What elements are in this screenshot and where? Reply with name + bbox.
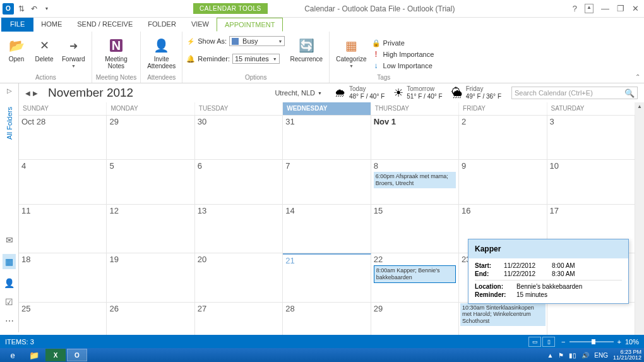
calendar-cell[interactable]: 7	[283, 160, 371, 203]
delete-button[interactable]: Delete	[32, 35, 57, 64]
calendar-cell[interactable]: 11	[19, 205, 107, 253]
more-nav-icon[interactable]: ⋯	[5, 316, 14, 326]
expand-folder-pane-icon[interactable]: ▷	[7, 87, 12, 94]
calendar-cell[interactable]: 10	[547, 160, 635, 203]
qat-send-receive-icon[interactable]: ⇅	[16, 4, 27, 14]
date-label: 30	[198, 117, 280, 126]
zoom-slider[interactable]	[569, 341, 614, 342]
volume-icon[interactable]: 🔊	[581, 352, 589, 359]
show-as-select[interactable]: Busy▼	[229, 36, 285, 46]
calendar-cell[interactable]: Oct 28	[19, 116, 107, 159]
calendar-cell[interactable]: 4	[19, 160, 107, 203]
calendar-cell[interactable]: 20	[195, 253, 283, 301]
date-label: 8	[374, 161, 456, 171]
ribbon-options-icon[interactable]: ▲	[585, 4, 593, 13]
search-icon[interactable]: 🔍	[624, 88, 635, 98]
calendar-cell[interactable]: 21	[283, 253, 371, 301]
qat-customize-icon[interactable]: ▼	[42, 4, 52, 14]
calendar-event[interactable]: 6:00pm Afspraak met mama; Broers, Utrech…	[374, 172, 456, 188]
explorer-taskbar-icon[interactable]: 📁	[24, 349, 44, 361]
weather-friday[interactable]: 🌦Friday49° F / 36° F	[451, 85, 501, 100]
qat-undo-icon[interactable]: ↶	[29, 4, 39, 14]
outlook-taskbar-icon[interactable]: O	[67, 349, 87, 361]
date-label: 27	[198, 304, 280, 313]
zoom-control[interactable]: − + 10%	[561, 338, 639, 346]
forward-button[interactable]: Forward▼	[59, 35, 88, 69]
date-label: 16	[462, 206, 544, 215]
calendar-cell[interactable]: 29	[107, 116, 194, 159]
language-indicator[interactable]: ENG	[594, 352, 608, 359]
reminder-select[interactable]: 15 minutes▼	[232, 54, 280, 64]
minimize-icon[interactable]: —	[601, 4, 609, 13]
calendar-event[interactable]: 8:00am Kapper; Bennie's bakkebaarden	[374, 265, 456, 283]
zoom-out-icon[interactable]: −	[561, 338, 565, 346]
excel-taskbar-icon[interactable]: X	[45, 349, 66, 361]
calendar-cell[interactable]: 2	[459, 116, 547, 159]
collapse-ribbon-icon[interactable]: ⌃	[635, 73, 640, 80]
calendar-cell[interactable]: 228:00am Kapper; Bennie's bakkebaarden	[371, 253, 459, 301]
tab-send-receive[interactable]: SEND / RECEIVE	[69, 18, 140, 32]
showas-icon	[186, 37, 195, 45]
rain-icon: 🌧	[335, 87, 346, 100]
calendar-cell[interactable]: 6	[195, 160, 283, 203]
date-label: 25	[21, 304, 104, 313]
calendar-header: ◀ ▶ November 2012 Utrecht, NLD▼ 🌧Today48…	[19, 83, 644, 102]
categorize-button[interactable]: Categorize▼	[333, 35, 369, 69]
calendar-cell[interactable]: Nov 1	[371, 116, 459, 159]
calendar-cell[interactable]: 12	[107, 205, 194, 253]
scroll-up-icon[interactable]: ▲	[636, 102, 643, 111]
calendar-cell[interactable]: 13	[195, 205, 283, 253]
help-icon[interactable]: ?	[573, 4, 577, 13]
tab-folder[interactable]: FOLDER	[140, 18, 184, 32]
calendar-cell[interactable]: 14	[283, 205, 371, 253]
vertical-scrollbar[interactable]: ▲ ▼	[635, 102, 644, 346]
network-icon[interactable]: ▮▯	[569, 352, 576, 359]
tab-view[interactable]: VIEW	[184, 18, 217, 32]
calendar-cell[interactable]: 30	[195, 116, 283, 159]
calendar-nav-icon[interactable]: ▦	[3, 254, 16, 269]
calendar-cell[interactable]: 31	[283, 116, 371, 159]
tab-home[interactable]: HOME	[33, 18, 69, 32]
open-button[interactable]: Open	[4, 35, 29, 64]
prev-month-icon[interactable]: ◀	[25, 90, 30, 97]
clock[interactable]: 6:23 PM11/21/2012	[613, 349, 641, 361]
high-importance-button[interactable]: High Importance	[372, 49, 434, 59]
date-label: 15	[374, 206, 456, 215]
calendar-cell[interactable]: 9	[459, 160, 547, 203]
invite-icon	[153, 37, 170, 54]
recurrence-button[interactable]: Recurrence	[287, 35, 325, 64]
tasks-nav-icon[interactable]: ☑	[5, 297, 13, 307]
people-nav-icon[interactable]: 👤	[4, 278, 15, 288]
calendar-event[interactable]: 10:30am Sinterklaasinkopen met Harold; W…	[460, 303, 545, 326]
next-month-icon[interactable]: ▶	[33, 90, 38, 97]
calendar-cell[interactable]: 15	[371, 205, 459, 253]
tab-file[interactable]: FILE	[1, 18, 33, 32]
calendar-cell[interactable]: 18	[19, 253, 107, 301]
calendar-cell[interactable]: 86:00pm Afspraak met mama; Broers, Utrec…	[371, 160, 459, 203]
mail-nav-icon[interactable]: ✉	[6, 235, 13, 245]
private-button[interactable]: Private	[372, 38, 434, 48]
calendar-cell[interactable]: 19	[107, 253, 194, 301]
calendar-cell[interactable]: 3	[547, 116, 635, 159]
weather-location[interactable]: Utrecht, NLD▼	[275, 89, 322, 97]
weather-today[interactable]: 🌧Today48° F / 40° F	[335, 85, 385, 100]
flag-icon[interactable]: ⚑	[558, 352, 564, 359]
show-hidden-tray-icon[interactable]: ▲	[547, 352, 553, 359]
ie-taskbar-icon[interactable]: e	[3, 349, 23, 361]
reading-view-icon[interactable]: ▯	[542, 337, 555, 347]
zoom-in-icon[interactable]: +	[617, 338, 621, 346]
close-icon[interactable]: ✕	[632, 4, 639, 13]
normal-view-icon[interactable]: ▭	[528, 337, 541, 347]
day-header: SATURDAY	[547, 102, 635, 115]
date-label: 20	[198, 255, 280, 264]
weather-tomorrow[interactable]: ☀Tomorrow51° F / 40° F	[393, 85, 442, 100]
low-importance-button[interactable]: Low Importance	[372, 61, 434, 71]
all-folders-button[interactable]: All Folders	[6, 107, 13, 140]
calendar-cell[interactable]: 5	[107, 160, 194, 203]
search-input[interactable]: Search Calendar (Ctrl+E)🔍	[511, 87, 638, 99]
restore-icon[interactable]: ❐	[617, 4, 624, 13]
invite-attendees-button[interactable]: Invite Attendees	[145, 35, 178, 71]
group-meeting-notes: Meeting Notes Meeting Notes	[92, 32, 141, 83]
tab-appointment[interactable]: APPOINTMENT	[217, 18, 283, 32]
meeting-notes-button[interactable]: Meeting Notes	[102, 35, 130, 71]
